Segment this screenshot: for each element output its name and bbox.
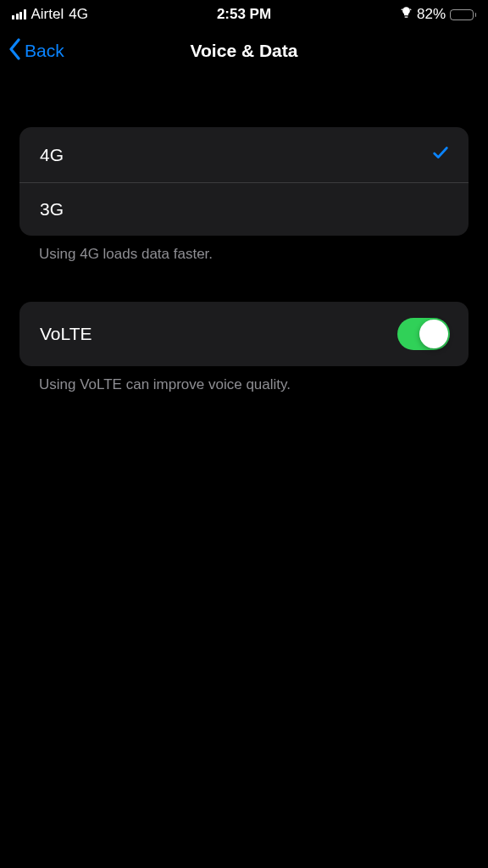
navigation-bar: Back Voice & Data: [0, 27, 488, 75]
network-option-label: 3G: [40, 199, 64, 220]
network-option-4g[interactable]: 4G: [19, 127, 469, 182]
checkmark-icon: [431, 143, 450, 166]
network-option-3g[interactable]: 3G: [19, 182, 469, 236]
status-bar-right: 82%: [400, 6, 476, 23]
alarm-icon: [400, 6, 413, 23]
network-options-group: 4G 3G: [19, 127, 469, 236]
battery-icon: [450, 9, 476, 20]
network-type-label: 4G: [69, 6, 88, 23]
volte-label: VoLTE: [40, 324, 92, 344]
carrier-label: Airtel: [31, 6, 64, 23]
back-button[interactable]: Back: [8, 38, 64, 64]
status-bar-left: Airtel 4G: [12, 6, 88, 23]
content: 4G 3G Using 4G loads data faster. VoLTE …: [0, 75, 488, 393]
status-bar: Airtel 4G 2:53 PM 82%: [0, 0, 488, 27]
toggle-knob: [419, 320, 448, 348]
status-bar-time: 2:53 PM: [217, 6, 271, 23]
signal-strength-icon: [12, 9, 26, 19]
page-title: Voice & Data: [191, 41, 298, 61]
battery-percentage-label: 82%: [417, 6, 446, 23]
back-button-label: Back: [25, 41, 64, 61]
volte-toggle[interactable]: [397, 318, 450, 350]
volte-row: VoLTE: [19, 302, 469, 366]
chevron-left-icon: [8, 38, 21, 64]
volte-footer: Using VoLTE can improve voice quality.: [0, 366, 488, 393]
network-options-footer: Using 4G loads data faster.: [0, 236, 488, 263]
volte-group: VoLTE: [19, 302, 469, 366]
network-option-label: 4G: [40, 145, 64, 165]
